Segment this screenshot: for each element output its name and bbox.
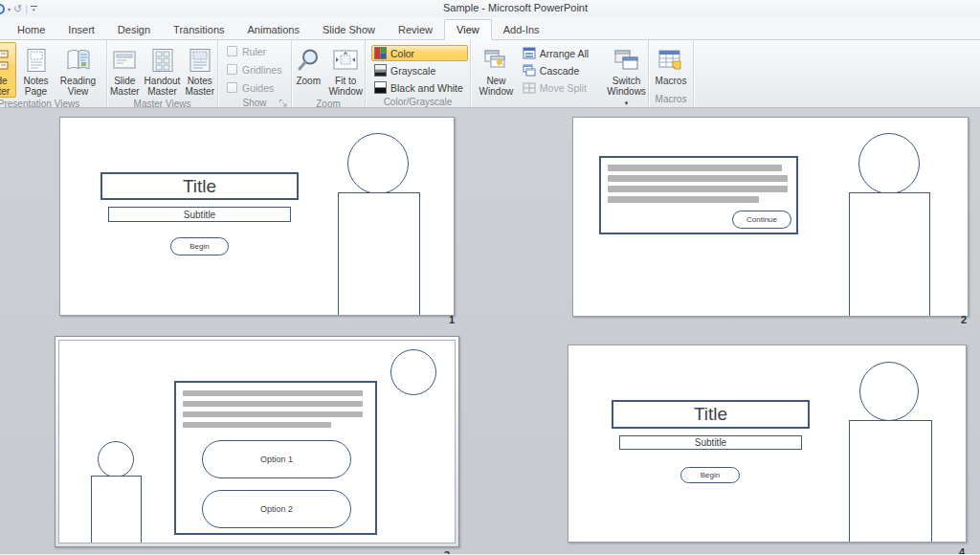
- group-presentation-views: Slide Sorter Notes Page Reading View: [0, 40, 107, 107]
- group-zoom: Zoom Fit to Window Zoom: [292, 40, 366, 107]
- group-label-presentation-views: Presentation Views: [0, 98, 106, 108]
- color-button[interactable]: Color: [371, 45, 468, 61]
- ribbon: Slide Sorter Notes Page Reading View: [0, 40, 980, 108]
- slide-master-button[interactable]: Slide Master: [107, 42, 143, 98]
- slide-number-3: 3: [431, 549, 450, 554]
- reading-view-icon: [65, 45, 92, 76]
- group-label-color-grayscale: Color/Grayscale: [366, 96, 470, 108]
- show-dialog-launcher-icon[interactable]: [278, 99, 288, 108]
- handout-master-button[interactable]: Handout Master: [144, 42, 182, 98]
- tab-insert[interactable]: Insert: [56, 20, 106, 39]
- slide-number-4: 4: [946, 546, 965, 554]
- option1-button-shape: Option 1: [202, 440, 351, 478]
- tab-home[interactable]: Home: [6, 20, 56, 39]
- qat-separator: |: [25, 4, 28, 14]
- cascade-button[interactable]: Cascade: [520, 62, 593, 78]
- tab-transitions[interactable]: Transitions: [162, 20, 235, 39]
- handout-master-icon: [150, 45, 175, 76]
- slide-sorter-button[interactable]: Slide Sorter: [0, 42, 16, 98]
- option2-button-shape: Option 2: [202, 490, 351, 528]
- person-body-shape: [91, 476, 142, 544]
- macros-button[interactable]: Macros: [649, 42, 693, 87]
- checkbox-icon: [227, 46, 237, 56]
- checkbox-icon: [227, 82, 237, 93]
- slide-sorter-canvas: Title Subtitle Begin 1 Continue 2: [0, 108, 980, 554]
- group-label-macros: Macros: [649, 93, 693, 107]
- group-label-zoom: Zoom: [292, 98, 365, 108]
- person-head-shape: [98, 441, 134, 477]
- content-placeholder: Continue: [599, 156, 798, 234]
- color-icon: [374, 47, 387, 59]
- person-head-shape: [859, 362, 919, 421]
- slide-thumbnail-4[interactable]: Title Subtitle Begin: [568, 344, 967, 543]
- tab-animations[interactable]: Animations: [236, 20, 311, 39]
- window-title: Sample - Microsoft PowerPoint: [443, 2, 588, 13]
- person-body-shape: [849, 420, 932, 543]
- slide-number-2: 2: [947, 314, 967, 325]
- dropdown-caret-icon: ▾: [625, 100, 629, 106]
- continue-button-shape: Continue: [732, 211, 791, 229]
- tab-add-ins[interactable]: Add-Ins: [492, 20, 551, 39]
- powerpoint-window: ▾ ↺ | ▾ Sample - Microsoft PowerPoint Ho…: [0, 0, 980, 555]
- group-label-show: Show: [218, 97, 291, 108]
- zoom-icon: [296, 45, 321, 76]
- title-bar: ▾ ↺ | ▾ Sample - Microsoft PowerPoint: [0, 0, 980, 17]
- grayscale-button[interactable]: Grayscale: [371, 62, 468, 78]
- title-placeholder: Title: [612, 400, 810, 429]
- gridlines-checkbox[interactable]: Gridlines: [227, 60, 281, 78]
- black-and-white-icon: [374, 81, 387, 94]
- tab-slide-show[interactable]: Slide Show: [311, 20, 387, 39]
- guides-checkbox[interactable]: Guides: [227, 78, 274, 97]
- undo-dropdown-caret[interactable]: ▾: [8, 6, 11, 12]
- move-split-button: Move Split: [520, 79, 593, 96]
- checkbox-icon: [227, 64, 237, 75]
- notes-master-button[interactable]: Notes Master: [182, 42, 217, 98]
- tab-review[interactable]: Review: [387, 20, 444, 39]
- notes-page-icon: [24, 45, 49, 76]
- arrange-all-button[interactable]: Arrange All: [520, 45, 593, 61]
- slide-thumbnail-1[interactable]: Title Subtitle Begin: [59, 117, 455, 316]
- tab-design[interactable]: Design: [106, 20, 162, 39]
- slide-sorter-icon: [0, 45, 10, 76]
- repeat-icon[interactable]: ↺: [13, 4, 22, 14]
- notes-page-button[interactable]: Notes Page: [17, 42, 56, 98]
- cascade-icon: [523, 64, 536, 77]
- group-macros: Macros Macros: [649, 40, 694, 107]
- group-color-grayscale: Color Grayscale Black and White Color/Gr…: [366, 40, 471, 107]
- new-window-button[interactable]: New Window: [475, 42, 518, 98]
- person-head-shape: [858, 133, 920, 194]
- group-label-master-views: Master Views: [107, 98, 217, 108]
- begin-button-shape: Begin: [170, 237, 229, 255]
- subtitle-placeholder: Subtitle: [619, 435, 802, 450]
- slide-thumbnail-2[interactable]: Continue: [572, 117, 969, 317]
- person-head-shape: [347, 133, 409, 194]
- subtitle-placeholder: Subtitle: [108, 207, 291, 222]
- quick-access-toolbar: ▾ ↺ | ▾: [0, 2, 37, 15]
- title-placeholder: Title: [100, 172, 299, 200]
- macros-icon: [657, 45, 684, 76]
- zoom-button[interactable]: Zoom: [292, 42, 324, 87]
- fit-to-window-icon: [332, 45, 359, 76]
- switch-windows-button[interactable]: Switch Windows ▾: [605, 42, 648, 108]
- customize-qat-button[interactable]: ▾: [31, 6, 37, 11]
- group-show: Ruler Gridlines Guides Show: [218, 40, 292, 107]
- notes-master-icon: [188, 45, 212, 76]
- person-body-shape: [338, 192, 420, 316]
- move-split-icon: [523, 81, 536, 94]
- new-window-icon: [482, 45, 509, 76]
- slide-number-1: 1: [435, 314, 455, 325]
- slide-thumbnail-3[interactable]: Option 1 Option 2: [58, 340, 456, 544]
- ruler-checkbox[interactable]: Ruler: [227, 42, 266, 60]
- undo-icon[interactable]: [0, 4, 5, 14]
- group-window: New Window Arrange All Cascade Move Spli…: [471, 40, 649, 107]
- slide-master-icon: [112, 45, 137, 76]
- black-and-white-button[interactable]: Black and White: [371, 79, 468, 96]
- arrange-all-icon: [523, 47, 536, 59]
- reading-view-button[interactable]: Reading View: [56, 42, 100, 98]
- slide-thumbnail-3-selection[interactable]: Option 1 Option 2: [55, 336, 459, 547]
- group-master-views: Slide Master Handout Master Notes Master: [107, 40, 218, 107]
- tab-view[interactable]: View: [444, 19, 492, 40]
- fit-to-window-button[interactable]: Fit to Window: [326, 42, 365, 98]
- switch-windows-icon: [613, 45, 640, 76]
- grayscale-icon: [374, 64, 387, 77]
